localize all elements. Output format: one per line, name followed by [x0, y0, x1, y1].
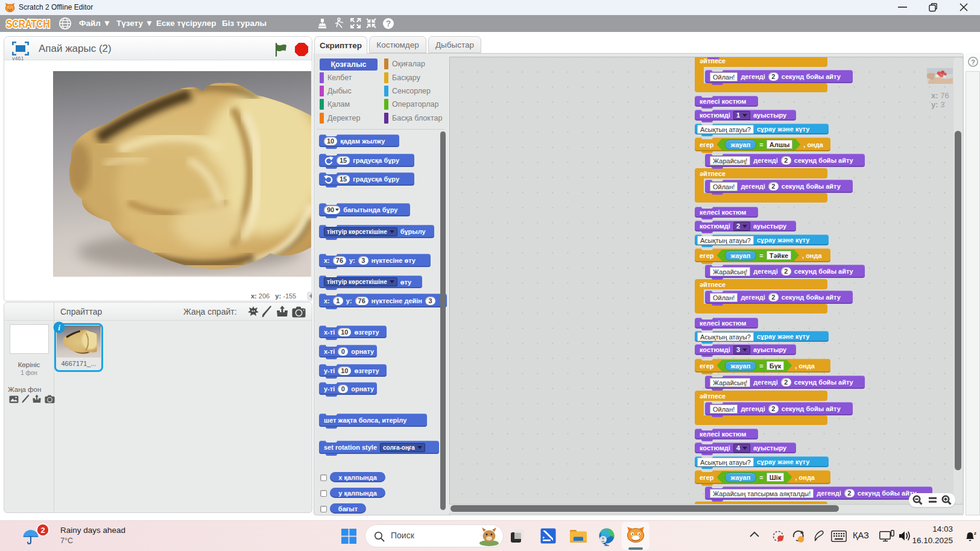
svg-text:?: ? [971, 58, 975, 66]
svg-text:SCRATCH: SCRATCH [6, 18, 49, 30]
svg-text:?: ? [386, 19, 391, 28]
svg-text:2: 2 [40, 526, 45, 535]
svg-text:i: i [58, 323, 60, 332]
svg-text:z: z [974, 531, 976, 536]
